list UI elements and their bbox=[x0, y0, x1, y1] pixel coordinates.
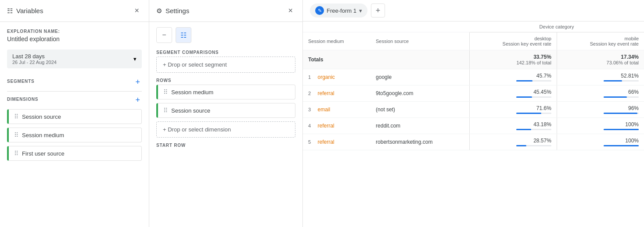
variables-title: ☷ Variables bbox=[7, 7, 43, 15]
variables-close-button[interactable]: × bbox=[132, 5, 142, 16]
row-desktop-val: 71.6% bbox=[469, 102, 557, 118]
row-source: robertsonmarketing.com bbox=[371, 134, 469, 150]
device-category-header: Device category bbox=[469, 21, 644, 32]
totals-desktop: 33.75% 142.18% of total bbox=[469, 50, 557, 69]
table-row: 5 referral robertsonmarketing.com 28.57%… bbox=[303, 134, 644, 150]
settings-title-label: Settings bbox=[165, 7, 189, 14]
row-desktop-val: 28.57% bbox=[469, 134, 557, 150]
exploration-name-label: EXPLORATION NAME: bbox=[7, 29, 142, 34]
drag-icon: ⠿ bbox=[14, 150, 18, 157]
drop-dimension-zone[interactable]: + Drop or select dimension bbox=[156, 121, 295, 138]
table-row: 2 referral 9to5google.com 45.45% 66% bbox=[303, 85, 644, 102]
dimensions-label: DIMENSIONS bbox=[7, 97, 38, 102]
col-mobile-header: mobile Session key event rate bbox=[557, 32, 644, 50]
row-session-source[interactable]: ⠿ Session source bbox=[156, 103, 295, 118]
add-segment-button[interactable]: + bbox=[133, 77, 142, 87]
settings-panel-header: ⚙ Settings × bbox=[149, 0, 302, 22]
dimension-label: Session source bbox=[22, 114, 61, 120]
segments-section-header: SEGMENTS + bbox=[7, 77, 142, 87]
data-table: Device category Session medium Session s… bbox=[303, 21, 644, 150]
variables-title-label: Variables bbox=[16, 7, 43, 14]
start-row-label: START ROW bbox=[156, 143, 295, 148]
segments-label: SEGMENTS bbox=[7, 79, 35, 84]
dimension-session-medium[interactable]: ⠿ Session medium bbox=[7, 128, 142, 142]
add-tab-button[interactable]: + bbox=[371, 4, 385, 18]
col-session-source-header bbox=[371, 21, 469, 32]
row-mobile-val: 100% bbox=[557, 118, 644, 134]
date-range-text: Last 28 days 26 Jul - 22 Aug 2024 bbox=[12, 53, 57, 65]
row-num-medium: 5 referral bbox=[303, 134, 371, 150]
row-label: Session source bbox=[171, 107, 210, 114]
drag-icon: ⠿ bbox=[14, 131, 18, 138]
exploration-name-value: Untitled exploration bbox=[7, 35, 142, 43]
add-dimension-button[interactable]: + bbox=[133, 95, 142, 105]
row-mobile-val: 100% bbox=[557, 134, 644, 150]
variables-panel-header: ☷ Variables × bbox=[0, 0, 149, 22]
row-num-medium: 3 email bbox=[303, 102, 371, 118]
dimension-label: Session medium bbox=[22, 132, 64, 138]
col-session-medium-subheader: Session medium bbox=[303, 32, 371, 50]
totals-mobile: 17.34% 73.06% of total bbox=[557, 50, 644, 69]
col-session-source-subheader: Session source bbox=[371, 32, 469, 50]
row-desktop-val: 45.45% bbox=[469, 85, 557, 102]
tab-free-form-1[interactable]: ✎ Free-form 1 ▾ bbox=[310, 4, 367, 18]
settings-title: ⚙ Settings bbox=[156, 7, 189, 15]
tab-pencil-icon: ✎ bbox=[315, 6, 324, 15]
row-desktop-val: 45.7% bbox=[469, 69, 557, 85]
drag-icon: ⠿ bbox=[14, 113, 18, 120]
settings-gear-icon: ⚙ bbox=[156, 7, 162, 15]
totals-label: Totals bbox=[303, 50, 469, 69]
data-table-wrapper: Device category Session medium Session s… bbox=[303, 21, 644, 227]
date-range-main: Last 28 days bbox=[12, 53, 57, 60]
date-range-sub: 26 Jul - 22 Aug 2024 bbox=[12, 60, 57, 65]
drag-icon: ⠿ bbox=[163, 89, 168, 96]
row-session-medium[interactable]: ⠿ Session medium bbox=[156, 85, 295, 99]
row-num-medium: 4 referral bbox=[303, 118, 371, 134]
icon-btn-minus[interactable]: − bbox=[156, 27, 172, 43]
drag-icon: ⠿ bbox=[163, 107, 168, 114]
table-row: 4 referral reddit.com 43.18% 100% bbox=[303, 118, 644, 134]
drop-segment-zone[interactable]: + Drop or select segment bbox=[156, 57, 295, 73]
settings-top-icons: − ☷ bbox=[156, 27, 295, 43]
icon-btn-chart[interactable]: ☷ bbox=[176, 27, 191, 43]
data-panel: ✎ Free-form 1 ▾ + Device category Sessio… bbox=[303, 0, 644, 227]
col-session-medium-header bbox=[303, 21, 371, 32]
settings-close-button[interactable]: × bbox=[285, 5, 295, 16]
date-range-button[interactable]: Last 28 days 26 Jul - 22 Aug 2024 ▾ bbox=[7, 50, 142, 68]
dimension-label: First user source bbox=[22, 150, 65, 157]
row-source: reddit.com bbox=[371, 118, 469, 134]
tab-bar: ✎ Free-form 1 ▾ + bbox=[303, 0, 644, 21]
variables-panel: ☷ Variables × EXPLORATION NAME: Untitled… bbox=[0, 0, 149, 227]
totals-row: Totals 33.75% 142.18% of total 17.34% 73… bbox=[303, 50, 644, 69]
settings-panel: ⚙ Settings × − ☷ SEGMENT COMPARISONS + D… bbox=[149, 0, 303, 227]
dimensions-section-header: DIMENSIONS + bbox=[7, 95, 142, 105]
row-source: 9to5google.com bbox=[371, 85, 469, 102]
variables-icon: ☷ bbox=[7, 7, 13, 15]
row-source: (not set) bbox=[371, 102, 469, 118]
row-desktop-val: 43.18% bbox=[469, 118, 557, 134]
dimension-session-source[interactable]: ⠿ Session source bbox=[7, 109, 142, 124]
chevron-down-icon: ▾ bbox=[133, 56, 137, 62]
variables-content: EXPLORATION NAME: Untitled exploration L… bbox=[0, 22, 149, 227]
row-mobile-val: 52.81% bbox=[557, 69, 644, 85]
row-num-medium: 1 organic bbox=[303, 69, 371, 85]
segment-comparisons-label: SEGMENT COMPARISONS bbox=[156, 50, 295, 55]
table-row: 3 email (not set) 71.6% 96% bbox=[303, 102, 644, 118]
row-num-medium: 2 referral bbox=[303, 85, 371, 102]
row-mobile-val: 96% bbox=[557, 102, 644, 118]
tab-label: Free-form 1 bbox=[327, 7, 356, 14]
row-mobile-val: 66% bbox=[557, 85, 644, 102]
dimension-first-user-source[interactable]: ⠿ First user source bbox=[7, 146, 142, 161]
col-desktop-header: desktop Session key event rate bbox=[469, 32, 557, 50]
settings-content: − ☷ SEGMENT COMPARISONS + Drop or select… bbox=[149, 22, 302, 227]
drop-segment-label: + Drop or select segment bbox=[163, 61, 227, 68]
table-row: 1 organic google 45.7% 52.81% bbox=[303, 69, 644, 85]
rows-label: ROWS bbox=[156, 78, 295, 83]
tab-dropdown-icon[interactable]: ▾ bbox=[359, 7, 362, 14]
row-source: google bbox=[371, 69, 469, 85]
row-label: Session medium bbox=[171, 89, 213, 96]
drop-dimension-label: + Drop or select dimension bbox=[163, 126, 231, 133]
